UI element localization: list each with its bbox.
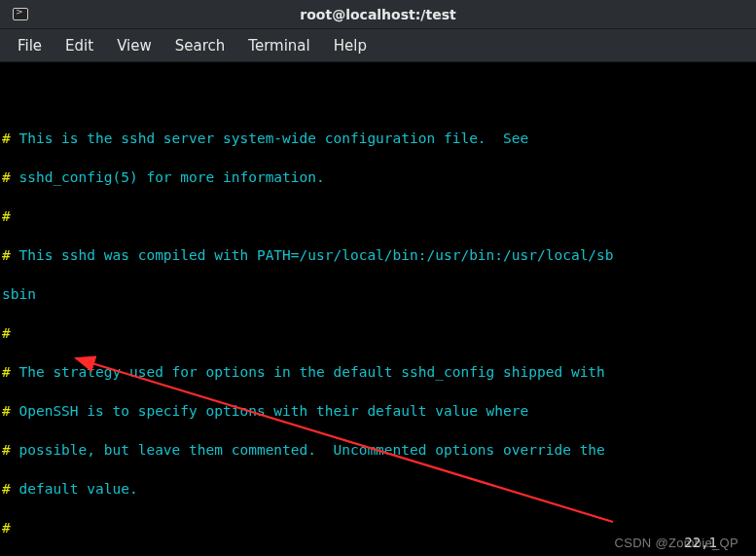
menu-search[interactable]: Search	[165, 33, 235, 58]
terminal-viewport[interactable]: # This is the sshd server system-wide co…	[0, 62, 756, 556]
config-line: # This sshd was compiled with PATH=/usr/…	[2, 245, 754, 265]
menu-help[interactable]: Help	[324, 33, 377, 58]
window-titlebar: root@localhost:/test	[0, 0, 756, 29]
config-line: #	[2, 206, 754, 226]
config-line: sbin	[2, 284, 754, 304]
comment-hash: #	[2, 130, 11, 146]
config-line: # default value.	[2, 479, 754, 499]
config-line: #	[2, 518, 754, 537]
config-line: #	[2, 323, 754, 343]
watermark-text: CSDN @Zombie_QP	[614, 536, 738, 550]
config-line: # sshd_config(5) for more information.	[2, 167, 754, 187]
menu-view[interactable]: View	[107, 33, 162, 58]
config-line: # This is the sshd server system-wide co…	[2, 129, 754, 148]
menu-file[interactable]: File	[8, 33, 52, 58]
menu-edit[interactable]: Edit	[55, 33, 103, 58]
terminal-icon	[13, 8, 28, 20]
config-line: # The strategy used for options in the d…	[2, 362, 754, 382]
config-line: # possible, but leave them commented. Un…	[2, 440, 754, 460]
config-line: # OpenSSH is to specify options with the…	[2, 401, 754, 421]
comment-text: This is the sshd server system-wide conf…	[11, 130, 529, 146]
terminal-app-icon	[10, 6, 31, 23]
menu-bar: File Edit View Search Terminal Help	[0, 29, 756, 62]
window-title: root@localhost:/test	[31, 7, 725, 22]
menu-terminal[interactable]: Terminal	[238, 33, 319, 58]
